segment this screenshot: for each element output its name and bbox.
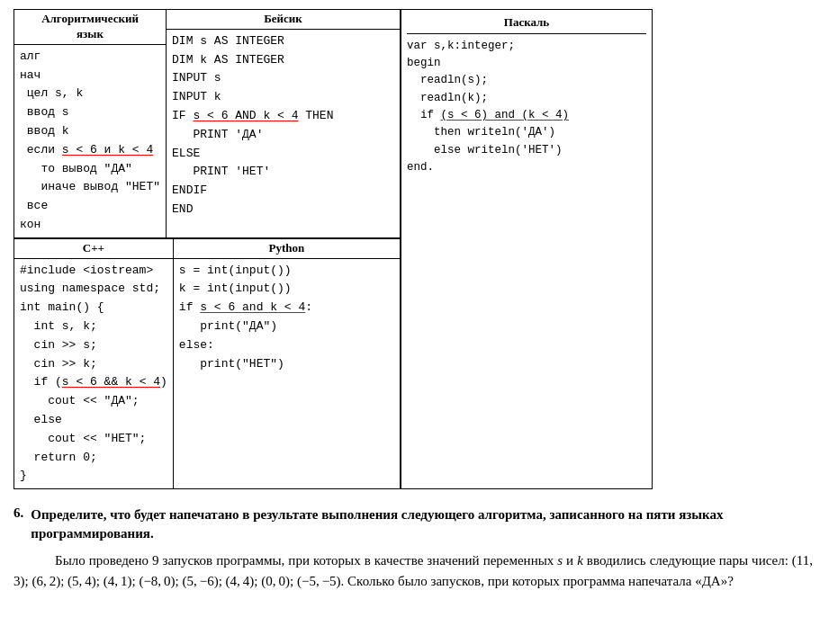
algo-table: Алгоритмическийязык алг нач цел s, k вво… xyxy=(14,9,167,238)
python-table: Python s = int(input()) k = int(input())… xyxy=(174,239,401,489)
python-underline: s < 6 and k < 4 xyxy=(200,300,305,314)
bottom-tables: C++ #include <iostream> using namespace … xyxy=(14,238,401,489)
pascal-underline: (s < 6) and (k < 4) xyxy=(441,109,570,121)
pascal-table: Паскаль var s,k:integer; begin readln(s)… xyxy=(401,9,653,489)
python-content: s = int(input()) k = int(input()) if s <… xyxy=(174,259,400,377)
question-section: 6. Определите, что будет напечатано в ре… xyxy=(14,505,815,593)
left-tables: Алгоритмическийязык алг нач цел s, k вво… xyxy=(14,9,401,489)
python-header: Python xyxy=(174,239,400,259)
algo-underline: s < 6 и k < 4 xyxy=(62,143,153,157)
question-text: Определите, что будет напечатано в резул… xyxy=(31,505,815,543)
basic-table: Бейсик DIM s AS INTEGER DIM k AS INTEGER… xyxy=(167,9,401,238)
question-line: 6. Определите, что будет напечатано в ре… xyxy=(14,505,815,543)
basic-underline: s < 6 AND k < 4 xyxy=(193,109,298,122)
main-table-section: Алгоритмическийязык алг нач цел s, k вво… xyxy=(14,9,815,489)
cpp-underline: s < 6 && k < 4 xyxy=(62,375,160,389)
var-k: k xyxy=(577,553,583,568)
algo-content: алг нач цел s, k ввод s ввод k если s < … xyxy=(14,45,166,237)
body-text: Было проведено 9 запусков программы, при… xyxy=(14,550,815,593)
basic-content: DIM s AS INTEGER DIM k AS INTEGER INPUT … xyxy=(167,30,400,222)
algo-header: Алгоритмическийязык xyxy=(14,10,166,45)
cpp-table: C++ #include <iostream> using namespace … xyxy=(14,239,174,489)
basic-header: Бейсик xyxy=(167,10,400,30)
pascal-header: Паскаль xyxy=(407,13,646,34)
top-tables: Алгоритмическийязык алг нач цел s, k вво… xyxy=(14,9,401,238)
cpp-content: #include <iostream> using namespace std;… xyxy=(14,259,173,489)
cpp-header: C++ xyxy=(14,239,173,259)
pascal-content: var s,k:integer; begin readln(s); readln… xyxy=(407,38,646,177)
question-number: 6. xyxy=(14,505,23,521)
var-s: s xyxy=(557,553,563,568)
